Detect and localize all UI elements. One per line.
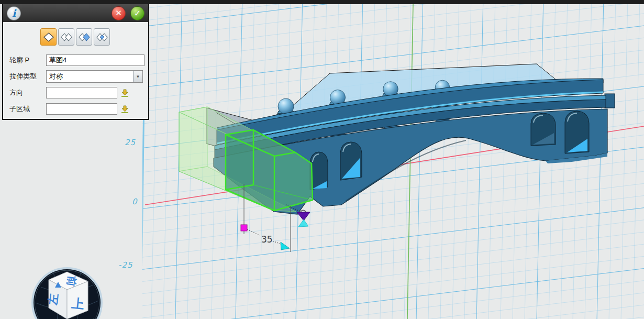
dimension-arrow-handle[interactable] bbox=[281, 242, 290, 250]
diamond-pair-icon bbox=[96, 32, 108, 42]
cube-label-front[interactable]: 前 bbox=[65, 275, 78, 288]
profile-label: 轮廓 P bbox=[9, 56, 46, 65]
subregion-input[interactable] bbox=[46, 103, 117, 115]
direction-cone-handle[interactable] bbox=[297, 212, 310, 221]
subregion-label: 子区域 bbox=[9, 104, 46, 114]
cancel-button[interactable]: ✕ bbox=[112, 6, 126, 20]
info-icon[interactable]: i bbox=[7, 6, 21, 20]
cube-label-left[interactable]: 左 bbox=[46, 293, 60, 306]
diamond-icon bbox=[42, 32, 55, 42]
extrude-dialog: i ✕ ✓ bbox=[2, 3, 149, 120]
view-cube[interactable]: 前 左 上 bbox=[29, 265, 105, 319]
pick-arrow-icon bbox=[120, 89, 129, 97]
extrude-type-select[interactable]: 对称 ▼ bbox=[46, 70, 143, 83]
mode-symmetric-button[interactable] bbox=[76, 28, 92, 46]
direction-cone-glow bbox=[298, 219, 308, 227]
preview-front-cap bbox=[274, 152, 313, 211]
extrude-type-value: 对称 bbox=[47, 72, 133, 81]
dimension-value-text[interactable]: 35 bbox=[261, 234, 273, 245]
profile-input[interactable] bbox=[46, 54, 145, 66]
double-diamond-icon bbox=[60, 32, 73, 42]
diamond-blue-icon bbox=[78, 32, 91, 42]
ok-button[interactable]: ✓ bbox=[130, 6, 145, 20]
dialog-title-bar: i ✕ ✓ bbox=[3, 4, 148, 22]
chevron-down-icon[interactable]: ▼ bbox=[133, 71, 142, 82]
pick-arrow-icon bbox=[120, 105, 129, 114]
subregion-pick-button[interactable] bbox=[119, 104, 130, 114]
cube-label-up[interactable]: 上 bbox=[71, 296, 85, 311]
profile-sketch-outline[interactable] bbox=[226, 130, 253, 190]
extrude-mode-toolbar bbox=[3, 22, 148, 50]
profile-row: 轮廓 P bbox=[9, 54, 143, 67]
direction-input[interactable] bbox=[46, 87, 117, 98]
extrude-type-label: 拉伸类型 bbox=[9, 72, 46, 81]
mode-1side-button[interactable] bbox=[40, 28, 57, 46]
extrude-type-row: 拉伸类型 对称 ▼ bbox=[9, 70, 143, 83]
cad-application-window: 25 0 -25 bbox=[0, 0, 644, 319]
window-top-edge bbox=[0, 0, 644, 4]
dimension-start-handle[interactable] bbox=[241, 225, 247, 231]
direction-row: 方向 bbox=[9, 86, 143, 99]
direction-pick-button[interactable] bbox=[119, 87, 130, 98]
mode-2side-button[interactable] bbox=[58, 28, 74, 46]
mode-total-button[interactable] bbox=[94, 28, 110, 46]
direction-label: 方向 bbox=[9, 88, 46, 97]
subregion-row: 子区域 bbox=[9, 103, 143, 115]
